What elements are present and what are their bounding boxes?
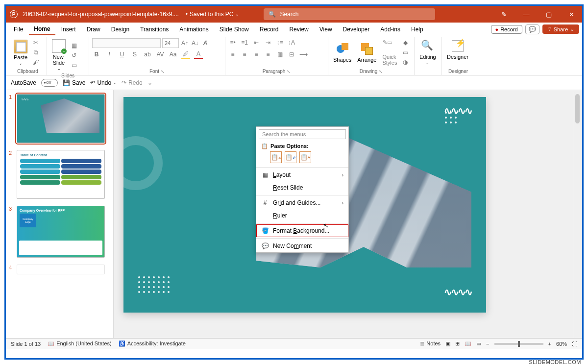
thumb-slide-3[interactable]: Company Overview for RFP Company Logo: [17, 206, 105, 258]
copy-icon[interactable]: ⧉: [31, 48, 40, 57]
designer-button[interactable]: ⚡Designer: [445, 38, 470, 61]
record-button[interactable]: ●Record: [491, 25, 522, 34]
menu-format-background[interactable]: 🪣Format Background...: [256, 224, 348, 237]
view-slideshow-icon[interactable]: ▭: [476, 340, 481, 347]
format-painter-icon[interactable]: 🖌: [31, 58, 40, 67]
notes-button[interactable]: ≣Notes: [420, 340, 441, 347]
undo-button[interactable]: ↶Undo ⌄: [90, 79, 117, 86]
layout-icon[interactable]: ▦: [70, 41, 78, 50]
share-button[interactable]: ⇪ Share ⌄: [542, 24, 579, 34]
shadow-icon[interactable]: ab: [143, 50, 152, 59]
zoom-slider[interactable]: [494, 343, 543, 345]
drawing-dialog-launcher-icon[interactable]: ⤡: [379, 69, 383, 74]
tab-review[interactable]: Review: [284, 24, 313, 35]
align-right-icon[interactable]: ≡: [252, 50, 261, 59]
align-text-icon[interactable]: ⊟: [287, 50, 296, 59]
font-color-icon[interactable]: A: [194, 50, 203, 59]
tab-home[interactable]: Home: [29, 24, 55, 35]
arrange-button[interactable]: Arrange: [355, 41, 378, 64]
case-icon[interactable]: Aa: [169, 50, 177, 59]
view-sorter-icon[interactable]: ⊞: [455, 340, 460, 347]
bullets-icon[interactable]: ≡•: [228, 38, 237, 47]
tab-file[interactable]: File: [9, 24, 28, 35]
justify-icon[interactable]: ≡: [264, 50, 272, 59]
strike-icon[interactable]: S: [130, 50, 139, 59]
tab-help[interactable]: Help: [406, 24, 428, 35]
tab-view[interactable]: View: [315, 24, 337, 35]
shape-effects-icon[interactable]: ◑: [401, 58, 410, 67]
indent-dec-icon[interactable]: ⇤: [252, 38, 261, 47]
tab-record[interactable]: Record: [255, 24, 284, 35]
thumb-slide-4[interactable]: [17, 265, 105, 274]
numbering-icon[interactable]: ≡1: [240, 38, 249, 47]
fit-to-window-icon[interactable]: ⛶: [572, 341, 577, 347]
cut-icon[interactable]: ✂: [31, 38, 40, 47]
shape-outline-icon[interactable]: ▭: [401, 48, 410, 57]
editing-button[interactable]: 🔍Editing⌄: [417, 38, 438, 66]
font-dialog-launcher-icon[interactable]: ⤡: [161, 69, 165, 74]
align-center-icon[interactable]: ≡: [240, 50, 249, 59]
bold-icon[interactable]: B: [92, 50, 101, 59]
new-slide-button[interactable]: + New Slide⌄: [50, 38, 68, 72]
menu-new-comment[interactable]: 💬New Comment: [256, 240, 348, 252]
tab-animations[interactable]: Animations: [174, 24, 213, 35]
text-direction-icon[interactable]: ↕A: [287, 38, 296, 47]
spacing-icon[interactable]: AV: [156, 50, 165, 59]
menu-grid-guides[interactable]: #Grid and Guides...›: [256, 196, 348, 209]
thumb-slide-2[interactable]: Table of Content: [17, 150, 105, 199]
paste-picture-icon[interactable]: 📋A: [299, 151, 311, 163]
minimize-button[interactable]: —: [519, 8, 533, 20]
close-button[interactable]: ✕: [564, 8, 578, 20]
paste-keep-source-icon[interactable]: 📋🖊: [285, 151, 296, 163]
quick-styles-button[interactable]: ✎▭Quick Styles: [380, 38, 399, 67]
tab-design[interactable]: Design: [106, 24, 134, 35]
save-button[interactable]: 💾Save: [63, 79, 85, 86]
line-spacing-icon[interactable]: ↕≡: [275, 38, 284, 47]
highlight-icon[interactable]: 🖊: [181, 50, 190, 59]
scrollbar-thumb[interactable]: [575, 94, 580, 123]
font-name-input[interactable]: [92, 38, 161, 48]
autosave-toggle[interactable]: ● Off: [41, 79, 58, 87]
redo-button[interactable]: ↷Redo: [122, 79, 143, 86]
section-icon[interactable]: ▭: [70, 61, 78, 70]
accessibility-indicator[interactable]: ♿Accessibility: Investigate: [119, 340, 186, 347]
ribbon-mode-icon[interactable]: ✎: [497, 8, 511, 20]
save-status[interactable]: • Saved to this PC ⌄: [184, 11, 240, 18]
tab-addins[interactable]: Add-ins: [375, 24, 405, 35]
thumb-slide-1[interactable]: ∿∿∿: [17, 94, 105, 143]
view-reading-icon[interactable]: 📖: [465, 340, 471, 347]
menu-layout[interactable]: ▦Layout›: [256, 169, 348, 181]
comments-button[interactable]: 💬: [525, 24, 539, 34]
search-box[interactable]: 🔍 Search: [264, 8, 435, 20]
para-dialog-launcher-icon[interactable]: ⤡: [287, 69, 291, 74]
zoom-out-icon[interactable]: −: [486, 341, 489, 347]
underline-icon[interactable]: U: [118, 50, 126, 59]
paste-button[interactable]: Paste⌄: [12, 39, 29, 67]
qat-more-icon[interactable]: ⌄: [147, 79, 152, 86]
vertical-scrollbar[interactable]: [574, 92, 581, 346]
zoom-level[interactable]: 60%: [556, 341, 567, 347]
shape-fill-icon[interactable]: ◆: [401, 38, 410, 47]
lang-indicator[interactable]: 📖English (United States): [48, 340, 112, 347]
columns-icon[interactable]: ▥: [275, 50, 284, 59]
clear-format-icon[interactable]: A̸: [201, 39, 210, 48]
italic-icon[interactable]: I: [105, 50, 114, 59]
menu-reset-slide[interactable]: Reset Slide: [256, 181, 348, 194]
menu-ruler[interactable]: Ruler: [256, 209, 348, 222]
grow-font-icon[interactable]: A↑: [180, 39, 189, 48]
view-normal-icon[interactable]: ▣: [445, 340, 450, 347]
paste-dest-theme-icon[interactable]: 📋a: [270, 151, 282, 163]
shapes-button[interactable]: Shapes: [331, 41, 353, 64]
tab-developer[interactable]: Developer: [338, 24, 375, 35]
maximize-button[interactable]: ▢: [542, 8, 556, 20]
font-size-input[interactable]: [162, 38, 179, 48]
zoom-in-icon[interactable]: +: [548, 341, 551, 347]
tab-insert[interactable]: Insert: [56, 24, 81, 35]
slide-thumbnails-pane[interactable]: 1 ∿∿∿ 2 Table of Content: [6, 90, 114, 338]
menu-search-input[interactable]: Search the menus: [259, 129, 346, 139]
shrink-font-icon[interactable]: A↓: [191, 39, 199, 48]
indent-inc-icon[interactable]: ⇥: [264, 38, 272, 47]
tab-slideshow[interactable]: Slide Show: [215, 24, 254, 35]
smartart-icon[interactable]: ⟶: [299, 50, 308, 59]
align-left-icon[interactable]: ≡: [228, 50, 237, 59]
